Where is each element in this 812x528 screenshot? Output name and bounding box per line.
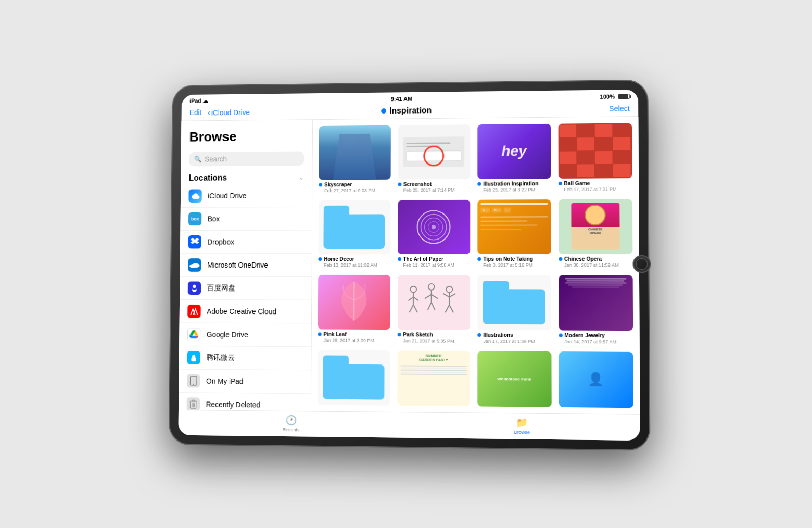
sidebar-item-ipad[interactable]: On My iPad	[179, 369, 311, 394]
file-item-parksketch[interactable]: Park Sketch Jan 21, 2017 at 5:35 PM	[397, 275, 470, 344]
select-button[interactable]: Select	[609, 104, 630, 112]
sidebar-item-icloud[interactable]: iCloud Drive	[181, 184, 312, 207]
tab-bar: 🕐 Recents 📁 Browse	[178, 410, 640, 441]
sidebar-item-tencent[interactable]: 腾讯微云	[179, 346, 311, 370]
file-thumb-modernjewelry	[559, 275, 633, 331]
file-item-illustration[interactable]: hey Illustration Inspiration Feb 25, 201…	[477, 124, 551, 193]
tab-recents[interactable]: 🕐 Recents	[179, 413, 406, 434]
adobe-icon	[187, 305, 200, 318]
sidebar-item-dropbox[interactable]: Dropbox	[180, 231, 312, 254]
file-item-pinkleaf[interactable]: Pink Leaf Jan 28, 2017 at 3:09 PM	[318, 275, 390, 343]
file-item-folder-unnamed[interactable]	[318, 350, 390, 408]
sidebar-ipad-label: On My iPad	[206, 377, 244, 385]
file-name: Illustration Inspiration	[483, 181, 538, 187]
trash-icon	[187, 397, 200, 411]
file-item-skyscraper[interactable]: Skyscraper Feb 27, 2017 at 9:03 PM	[319, 125, 390, 193]
file-item-tips[interactable]: A→ B→ → T	[477, 199, 551, 268]
file-dot	[318, 332, 322, 336]
file-date: Jan 17, 2017 at 1:36 PM	[477, 338, 535, 344]
home-button[interactable]	[632, 255, 651, 273]
svg-line-24	[413, 297, 418, 301]
file-thumb-whitestone: Whitestone Farm	[477, 351, 551, 407]
file-name: Illustrations	[483, 332, 513, 338]
box-icon: box	[188, 212, 201, 226]
svg-marker-0	[191, 238, 200, 244]
file-dot	[558, 182, 562, 185]
file-dot	[477, 257, 481, 261]
browse-label: Browse	[514, 430, 530, 435]
file-thumb-ballgame	[558, 123, 632, 178]
file-dot	[397, 333, 401, 336]
file-date: Feb 3, 2017 at 5:16 PM	[477, 262, 532, 268]
browse-icon: 📁	[516, 417, 527, 429]
file-item-artofpaper[interactable]: The Art of Paper Feb 11, 2017 at 9:58 AM	[398, 199, 471, 268]
file-name: Park Sketch	[403, 332, 433, 337]
file-item-blueperson[interactable]: 👤	[559, 351, 633, 410]
svg-point-33	[446, 286, 452, 293]
file-date: Feb 25, 2017 at 7:14 PM	[398, 187, 455, 193]
file-item-homedecor[interactable]: Home Decor Feb 13, 2017 at 11:02 AM	[318, 200, 390, 268]
tencent-icon	[187, 351, 200, 364]
baidu-icon	[188, 282, 201, 295]
file-thumb-folder-unnamed	[318, 350, 390, 405]
nav-title-area: Inspiration	[250, 105, 566, 117]
sidebar-item-adobe[interactable]: Adobe Creative Cloud	[180, 300, 312, 323]
sidebar-item-box[interactable]: box Box	[180, 207, 312, 231]
battery-icon	[618, 94, 630, 99]
file-date: Feb 25, 2017 at 3:22 PM	[477, 187, 535, 193]
file-name: Skyscraper	[324, 182, 352, 187]
sidebar-baidu-label: 百度网盘	[207, 283, 236, 293]
file-name: Pink Leaf	[324, 331, 347, 337]
tab-browse[interactable]: 📁 Browse	[405, 416, 640, 436]
svg-line-35	[443, 294, 449, 297]
sidebar-icloud-label: iCloud Drive	[208, 192, 246, 200]
gdrive-icon	[187, 328, 201, 341]
file-date: Jan 14, 2017 at 9:57 AM	[559, 339, 616, 345]
sidebar-title: Browse	[181, 120, 312, 149]
file-item-screenshot[interactable]: Screenshot Feb 25, 2017 at 7:14 PM	[398, 124, 470, 193]
ipad-label: iPad ☁	[189, 97, 208, 104]
icloud-icon	[188, 189, 201, 203]
file-dot	[559, 333, 562, 337]
file-date: Feb 13, 2017 at 11:02 AM	[318, 262, 377, 268]
file-thumb-blueperson: 👤	[559, 351, 633, 408]
sidebar-dropbox-label: Dropbox	[207, 238, 234, 246]
file-date: Jan 21, 2017 at 5:35 PM	[397, 338, 454, 344]
sidebar-item-gdrive[interactable]: Google Drive	[179, 323, 311, 347]
sidebar-item-trash[interactable]: Recently Deleted	[179, 393, 311, 411]
svg-line-37	[445, 305, 449, 313]
file-dot	[318, 257, 322, 261]
file-thumb-illustration: hey	[477, 124, 551, 179]
status-time: 9:41 AM	[391, 95, 412, 102]
locations-chevron: ⌄	[299, 174, 304, 181]
svg-line-29	[424, 295, 431, 299]
file-date: Feb 17, 2017 at 7:21 PM	[558, 186, 616, 192]
file-item-chineseopera[interactable]: CHINESEOPERA Chinese Opera Jan 30, 2017 …	[558, 199, 632, 268]
file-item-whitestone[interactable]: Whitestone Farm	[477, 351, 551, 409]
sidebar-item-baidu[interactable]: 百度网盘	[180, 277, 311, 300]
back-chevron: ‹	[208, 108, 210, 118]
file-dot	[398, 182, 401, 186]
file-item-summergarden[interactable]: SUMMERGARDEN PARTY	[397, 350, 470, 409]
sidebar-item-onedrive[interactable]: Microsoft OneDrive	[180, 254, 312, 277]
svg-line-38	[449, 305, 453, 313]
file-dot	[398, 257, 401, 261]
edit-button[interactable]: Edit	[189, 108, 201, 118]
onedrive-icon	[188, 258, 201, 272]
file-item-illustrations[interactable]: Illustrations Jan 17, 2017 at 1:36 PM	[477, 275, 551, 344]
file-thumb-summergarden: SUMMERGARDEN PARTY	[397, 350, 470, 406]
file-date: Jan 30, 2017 at 11:59 AM	[559, 262, 619, 268]
svg-line-25	[409, 305, 413, 313]
file-date: Feb 27, 2017 at 9:03 PM	[319, 187, 375, 193]
file-item-modernjewelry[interactable]: Modern Jewelry Jan 14, 2017 at 9:57 AM	[559, 275, 633, 344]
recents-icon: 🕐	[285, 414, 297, 426]
battery-percent: 100%	[600, 93, 615, 99]
search-bar[interactable]: 🔍 Search	[189, 151, 304, 166]
file-dot	[477, 182, 481, 185]
file-name: Chinese Opera	[564, 256, 602, 262]
back-button[interactable]: ‹ iCloud Drive	[208, 108, 250, 117]
nav-dot	[381, 108, 386, 114]
file-item-ballgame[interactable]: Ball Game Feb 17, 2017 at 7:21 PM	[558, 123, 632, 192]
file-name: Modern Jewelry	[564, 332, 604, 338]
dropbox-icon	[188, 235, 201, 249]
